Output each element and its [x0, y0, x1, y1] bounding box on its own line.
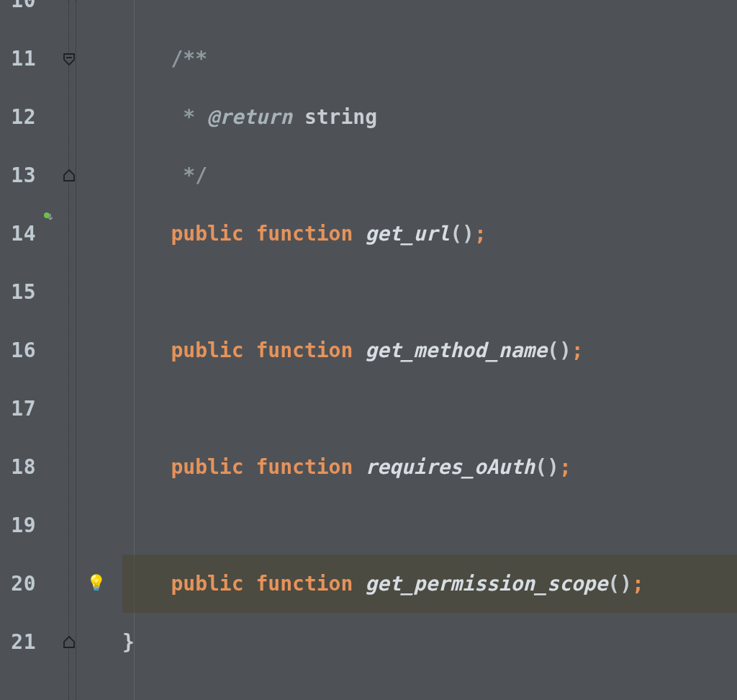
line-number: 13 — [0, 146, 43, 205]
fold-close-icon[interactable] — [63, 169, 76, 182]
doc-type: string — [292, 105, 377, 129]
doc-tag: @return — [207, 105, 292, 129]
intention-bulb-icon[interactable]: 💡 — [86, 575, 102, 591]
line-number: 18 — [0, 438, 43, 496]
code-line[interactable]: } — [122, 613, 737, 671]
fold-close-icon[interactable] — [63, 636, 76, 649]
fold-open-icon[interactable] — [63, 53, 76, 66]
code-line[interactable] — [122, 380, 737, 438]
function-name: get_method_name — [365, 338, 547, 362]
semicolon: ; — [474, 222, 487, 246]
keyword: public — [171, 572, 243, 596]
line-number: 20 — [0, 555, 43, 613]
code-line[interactable] — [122, 0, 737, 30]
keyword: public — [171, 455, 243, 479]
code-editor[interactable]: 10 11 12 13 14 15 16 17 18 19 20 21 — [0, 0, 737, 700]
code-line-current[interactable]: public function get_permission_scope(); — [122, 555, 737, 613]
svg-rect-0 — [66, 57, 72, 58]
parens: () — [450, 222, 474, 246]
line-number: 15 — [0, 263, 43, 321]
closing-brace: } — [122, 630, 135, 654]
override-icon[interactable] — [43, 205, 55, 216]
code-area[interactable]: /** * @return string */ public function … — [122, 0, 737, 700]
semicolon: ; — [632, 572, 644, 596]
code-line[interactable] — [122, 263, 737, 321]
line-number: 19 — [0, 496, 43, 555]
function-name: get_permission_scope — [365, 572, 607, 596]
doc-comment: /** — [171, 47, 207, 71]
line-number: 16 — [0, 321, 43, 380]
keyword: function — [256, 338, 353, 362]
keyword: public — [171, 338, 243, 362]
parens: () — [607, 572, 632, 596]
code-line[interactable]: public function requires_oAuth(); — [122, 438, 737, 496]
code-line[interactable]: /** — [122, 30, 737, 88]
semicolon: ; — [559, 455, 571, 479]
semicolon: ; — [571, 338, 584, 362]
code-line[interactable]: public function get_method_name(); — [122, 321, 737, 380]
line-number: 10 — [0, 0, 43, 30]
code-line[interactable]: * @return string — [122, 88, 737, 146]
keyword: function — [256, 572, 353, 596]
keyword: function — [256, 455, 353, 479]
code-line[interactable] — [122, 496, 737, 555]
code-line[interactable]: */ — [122, 146, 737, 205]
line-number: 17 — [0, 380, 43, 438]
line-number: 12 — [0, 88, 43, 146]
line-number: 14 — [0, 205, 43, 263]
line-number: 21 — [0, 613, 43, 671]
parens: () — [535, 455, 559, 479]
line-number-gutter: 10 11 12 13 14 15 16 17 18 19 20 21 — [0, 0, 43, 700]
doc-comment: * — [171, 105, 207, 129]
keyword: function — [256, 222, 353, 246]
parens: () — [547, 338, 571, 362]
gutter-markers: 💡 — [43, 0, 122, 700]
keyword: public — [171, 222, 243, 246]
function-name: requires_oAuth — [365, 455, 535, 479]
function-name: get_url — [365, 222, 450, 246]
code-line[interactable]: public function get_url(); — [122, 205, 737, 263]
line-number: 11 — [0, 30, 43, 88]
doc-comment: */ — [171, 163, 207, 187]
